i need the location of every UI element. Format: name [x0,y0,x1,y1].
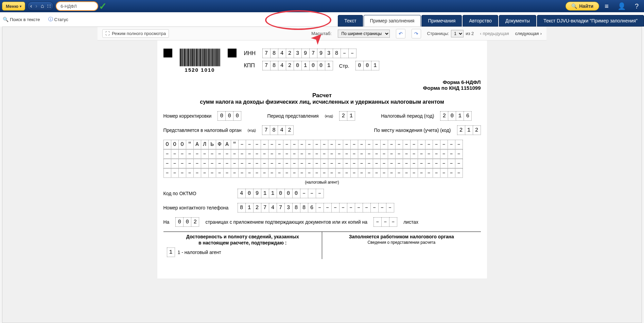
tab-row: Текст Пример заполнения Примечания Автор… [337,15,644,27]
home-icon[interactable]: ⌂ [41,3,44,9]
search-icon: 🔍 [571,3,577,9]
checkmark-icon: ✓ [99,1,107,12]
apps-icon[interactable]: ∷ [47,3,51,10]
top-toolbar: Меню ‹ › ⌂ ∷ 6-НДФЛ ✓ 🔍 Найти ≡ 👤 ? [0,0,644,12]
tab-text[interactable]: Текст [338,15,363,27]
tab-notes[interactable]: Примечания [421,15,462,27]
search-input[interactable]: 6-НДФЛ [56,1,98,11]
profile-icon[interactable]: 👤 [614,2,629,10]
find-button[interactable]: 🔍 Найти [565,2,599,11]
tab-djvu[interactable]: Текст DJVU-вкладки "Пример заполнения" [537,15,644,27]
menu-button[interactable]: Меню [2,2,25,11]
status-label: Статус [54,17,68,22]
back-icon[interactable]: ‹ [30,3,32,9]
search-in-text-label: Поиск в тексте [10,17,40,22]
search-in-text-link[interactable]: 🔍 Поиск в тексте [3,17,40,22]
status-icon [48,16,53,22]
tab-example[interactable]: Пример заполнения [364,15,421,27]
find-label: Найти [579,3,593,9]
tab-documents[interactable]: Документы [499,15,536,27]
tab-authorship[interactable]: Авторство [463,15,498,27]
magnifier-icon: 🔍 [3,17,8,22]
nav-pill: ‹ › ⌂ ∷ [27,1,54,11]
status-link[interactable]: Статус [48,16,68,22]
hamburger-icon[interactable]: ≡ [601,2,612,10]
help-icon[interactable]: ? [631,2,642,10]
forward-icon: › [35,3,37,9]
